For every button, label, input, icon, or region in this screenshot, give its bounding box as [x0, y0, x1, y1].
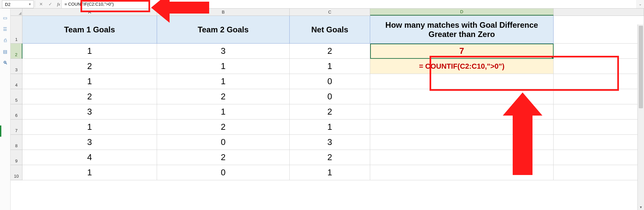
table-row: 10 1 0 1	[11, 165, 644, 180]
cell-empty[interactable]	[554, 150, 644, 165]
cell-C6[interactable]: 2	[290, 104, 370, 120]
row-header-4[interactable]: 4	[11, 74, 22, 89]
row-header-1[interactable]: 1	[11, 16, 22, 44]
cell-empty[interactable]	[554, 120, 644, 135]
formula-bar: D2 ▼ ✕ ✓ fx ⌄	[0, 0, 644, 9]
row-header-3[interactable]: 3	[11, 59, 22, 74]
cell-A2[interactable]: 1	[22, 44, 157, 59]
spreadsheet-grid[interactable]: A B C D 1 Team 1 Goals Team 2 Goals Net …	[11, 9, 644, 210]
cell-A9[interactable]: 4	[22, 150, 157, 165]
cell-empty[interactable]	[554, 165, 644, 180]
cell-B4[interactable]: 1	[157, 74, 290, 89]
cell-B6[interactable]: 1	[157, 104, 290, 120]
separator	[35, 1, 35, 7]
cell-C8[interactable]: 3	[290, 135, 370, 150]
formula-input-wrap	[61, 0, 636, 8]
row-header-6[interactable]: 6	[11, 104, 22, 120]
scrollbar-thumb[interactable]	[639, 26, 643, 108]
cell-D3-formula-display[interactable]: = COUNTIF(C2:C10,">0")	[370, 59, 554, 74]
row-header-7[interactable]: 7	[11, 120, 22, 135]
table-row: 6 3 1 2	[11, 104, 644, 120]
cell-C10[interactable]: 1	[290, 165, 370, 180]
table-row: 7 1 2 1	[11, 120, 644, 135]
cell-B8[interactable]: 0	[157, 135, 290, 150]
cancel-formula-button[interactable]: ✕	[37, 0, 45, 8]
scroll-down-icon[interactable]: ▼	[638, 204, 644, 210]
cell-empty[interactable]	[554, 59, 644, 74]
expand-formula-bar-button[interactable]: ⌄	[636, 0, 644, 8]
cell-empty[interactable]	[554, 16, 644, 44]
cell-empty[interactable]	[554, 44, 644, 59]
fx-label[interactable]: fx	[56, 0, 61, 8]
grid-body: 1 Team 1 Goals Team 2 Goals Net Goals Ho…	[11, 16, 644, 180]
cell-A5[interactable]: 2	[22, 89, 157, 104]
cell-empty[interactable]	[554, 74, 644, 89]
cell-A3[interactable]: 2	[22, 59, 157, 74]
cell-B9[interactable]: 2	[157, 150, 290, 165]
left-ribbon: ▭ ☰ ⎙ ▤ 🔍︎	[0, 9, 11, 210]
cell-C5[interactable]: 0	[290, 89, 370, 104]
cell-D5[interactable]	[370, 89, 554, 104]
ribbon-icon[interactable]: ▭	[2, 15, 8, 20]
cell-B3[interactable]: 1	[157, 59, 290, 74]
cell-D4[interactable]	[370, 74, 554, 89]
cell-A10[interactable]: 1	[22, 165, 157, 180]
chevron-down-icon: ▼	[28, 3, 31, 6]
cell-C3[interactable]: 1	[290, 59, 370, 74]
cell-A4[interactable]: 1	[22, 74, 157, 89]
col-header-A[interactable]: A	[22, 9, 157, 16]
cell-A8[interactable]: 3	[22, 135, 157, 150]
ribbon-icon[interactable]: ☰	[2, 26, 8, 32]
formula-input[interactable]	[62, 1, 636, 7]
col-header-C[interactable]: C	[290, 9, 370, 16]
header-cell-D[interactable]: How many matches with Goal Difference Gr…	[370, 16, 554, 44]
col-header-D[interactable]: D	[370, 9, 554, 16]
column-headers: A B C D	[11, 9, 644, 16]
cell-D7[interactable]	[370, 120, 554, 135]
ribbon-icon[interactable]: ⎙	[2, 38, 8, 43]
row-header-5[interactable]: 5	[11, 89, 22, 104]
formula-buttons: ✕ ✓	[35, 0, 56, 8]
cell-C9[interactable]: 2	[290, 150, 370, 165]
cell-D10[interactable]	[370, 165, 554, 180]
cell-empty[interactable]	[554, 135, 644, 150]
cell-B5[interactable]: 2	[157, 89, 290, 104]
cell-B7[interactable]: 2	[157, 120, 290, 135]
table-row: 3 2 1 1 = COUNTIF(C2:C10,">0")	[11, 59, 644, 74]
row-header-10[interactable]: 10	[11, 165, 22, 180]
cell-C2[interactable]: 2	[290, 44, 370, 59]
header-cell-C[interactable]: Net Goals	[290, 16, 370, 44]
cell-A7[interactable]: 1	[22, 120, 157, 135]
find-icon[interactable]: 🔍︎	[2, 60, 8, 65]
row-header-8[interactable]: 8	[11, 135, 22, 150]
cell-empty[interactable]	[554, 104, 644, 120]
row-header-2[interactable]: 2	[11, 44, 22, 59]
cell-D2-active[interactable]: 7	[370, 44, 554, 59]
header-cell-A[interactable]: Team 1 Goals	[22, 16, 157, 44]
cell-D6[interactable]	[370, 104, 554, 120]
vertical-scrollbar[interactable]: ▲ ▼	[637, 24, 644, 210]
left-active-indicator	[0, 125, 1, 137]
cell-C7[interactable]: 1	[290, 120, 370, 135]
cell-C4[interactable]: 0	[290, 74, 370, 89]
accept-formula-button[interactable]: ✓	[46, 0, 54, 8]
cell-D9[interactable]	[370, 150, 554, 165]
header-cell-B[interactable]: Team 2 Goals	[157, 16, 290, 44]
cell-empty[interactable]	[554, 89, 644, 104]
cell-D8[interactable]	[370, 135, 554, 150]
col-header-B[interactable]: B	[157, 9, 290, 16]
table-row: 2 1 3 2 7	[11, 44, 644, 59]
name-box-value: D2	[5, 2, 11, 7]
cell-A6[interactable]: 3	[22, 104, 157, 120]
ribbon-icon[interactable]: ▤	[2, 49, 8, 54]
row-header-9[interactable]: 9	[11, 150, 22, 165]
cell-B10[interactable]: 0	[157, 165, 290, 180]
name-box[interactable]: D2 ▼	[2, 0, 34, 8]
col-header-rest[interactable]	[554, 9, 644, 16]
table-row: 8 3 0 3	[11, 135, 644, 150]
select-all-corner[interactable]	[11, 9, 22, 16]
table-row: 9 4 2 2	[11, 150, 644, 165]
table-row: 4 1 1 0	[11, 74, 644, 89]
cell-B2[interactable]: 3	[157, 44, 290, 59]
table-row: 1 Team 1 Goals Team 2 Goals Net Goals Ho…	[11, 16, 644, 44]
